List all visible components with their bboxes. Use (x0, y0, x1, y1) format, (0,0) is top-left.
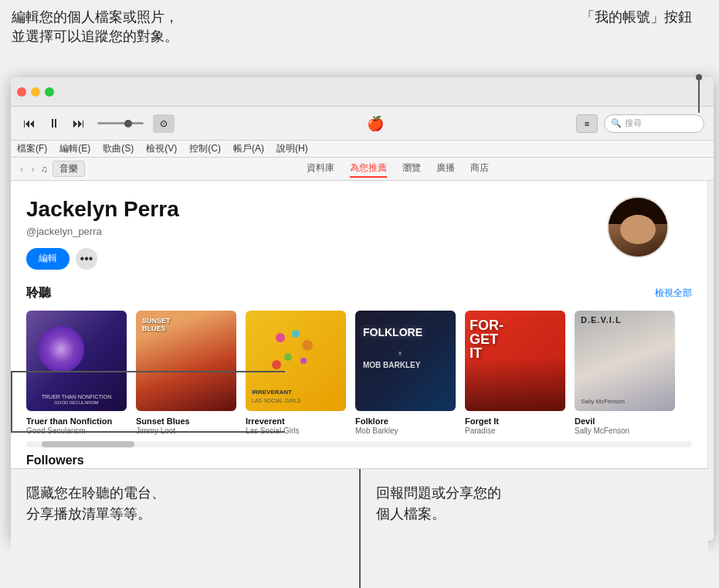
edit-button[interactable]: 編輯 (26, 248, 70, 270)
tab-library[interactable]: 資料庫 (307, 160, 334, 178)
tab-recommended[interactable]: 為您推薦 (350, 160, 387, 178)
album-title: Truer than Nonfiction (26, 416, 127, 427)
menu-song[interactable]: 歌曲(S) (103, 142, 134, 155)
album-item[interactable]: IRREVERANT LAS SOCIAL GIRLS Irreverent L… (246, 311, 346, 435)
album-artist: Jimmy Loot (136, 427, 236, 435)
album-cover-truer: TRUER THAN NONFICTIONGOOD SECULARISM (26, 311, 127, 411)
album-cover-subtext: LAS SOCIAL GIRLS (252, 398, 301, 403)
airplay-icon: ⊙ (160, 118, 168, 129)
svg-point-2 (302, 340, 313, 351)
nav-category[interactable]: 音樂 (53, 161, 85, 177)
followers-section: Followers (26, 454, 692, 467)
avatar-face (620, 215, 656, 244)
album-artist: Mob Barkley (355, 427, 456, 435)
bottom-left-line1: 隱藏您在聆聽的電台、 (26, 483, 344, 504)
top-right-annotation: 「我的帳號」按鈕 (569, 0, 704, 35)
album-title: Devil (575, 416, 675, 427)
menu-bar: 檔案(F) 編輯(E) 歌曲(S) 檢視(V) 控制(C) 帳戶(A) 說明(H… (11, 141, 714, 158)
album-item[interactable]: FOLKLORE × MOB BARKLEY Folklore Mob Bark… (355, 311, 456, 435)
nav-tabs: 資料庫 為您推薦 瀏覽 廣播 商店 (90, 160, 706, 178)
annotation-line2: 並選擇可以追蹤您的對象。 (12, 27, 178, 46)
pause-button[interactable]: ⏸ (45, 115, 63, 132)
search-icon: 🔍 (611, 118, 622, 128)
album-cover-devil: D.E.V.I.L Sally McFenson (575, 311, 675, 411)
tab-store[interactable]: 商店 (470, 160, 489, 178)
album-cover-overlay (465, 357, 565, 411)
search-box[interactable]: 🔍 搜尋 (604, 114, 704, 133)
profile-info: Jackelyn Perra @jackelyn_perra 編輯 ••• (26, 196, 692, 270)
album-cover-text: TRUER THAN NONFICTIONGOOD SECULARISM (31, 394, 122, 405)
svg-point-5 (272, 360, 281, 369)
window-controls (17, 87, 54, 97)
svg-point-1 (292, 330, 300, 338)
forward-button[interactable]: ⏭ (70, 115, 88, 132)
menu-control[interactable]: 控制(C) (189, 142, 221, 155)
scrollbar-thumb (42, 441, 134, 447)
album-title: Forget It (465, 416, 565, 427)
list-icon: ≡ (585, 119, 589, 128)
view-all-link[interactable]: 檢視全部 (655, 287, 692, 300)
followers-title: Followers (26, 454, 692, 467)
svg-point-0 (276, 333, 285, 342)
album-artist: Las Social Girls (246, 427, 346, 435)
annotation-line1: 編輯您的個人檔案或照片， (12, 8, 178, 27)
menu-edit[interactable]: 編輯(E) (59, 142, 90, 155)
tab-radio[interactable]: 廣播 (436, 160, 455, 178)
album-cover-mob: MOB BARKLEY (363, 361, 420, 369)
more-button[interactable]: ••• (76, 248, 97, 270)
svg-point-4 (300, 358, 307, 364)
bottom-left-annotation: 隱藏您在聆聽的電台、 分享播放清單等等。 (11, 469, 361, 588)
rewind-button[interactable]: ⏮ (20, 115, 39, 132)
minimize-button[interactable] (31, 87, 40, 97)
volume-thumb (124, 120, 132, 127)
profile-name: Jackelyn Perra (26, 196, 692, 223)
list-view-button[interactable]: ≡ (576, 114, 598, 133)
listening-title: 聆聽 (26, 285, 51, 301)
album-cover-text: D.E.V.I.L (581, 315, 622, 325)
album-cover-sunset: SUNSETBLUES (136, 311, 236, 411)
annotation-account: 「我的帳號」按鈕 (581, 8, 692, 27)
album-cover-folklore: FOLKLORE × MOB BARKLEY (355, 311, 456, 411)
album-cover-subtext: Sally McFenson (581, 398, 669, 405)
album-title: Irreverent (246, 416, 346, 427)
bottom-right-annotation: 回報問題或分享您的 個人檔案。 (361, 469, 709, 588)
volume-slider[interactable] (97, 122, 144, 124)
nav-forward-button[interactable]: › (29, 163, 36, 175)
search-placeholder: 搜尋 (625, 117, 642, 129)
bottom-right-line2: 個人檔案。 (376, 504, 694, 525)
album-cover-x: × (398, 349, 402, 358)
apple-logo: 🍎 (181, 115, 570, 132)
listening-section-header: 聆聽 檢視全部 (26, 285, 692, 301)
menu-view[interactable]: 檢視(V) (146, 142, 177, 155)
album-cover-text: FOR-GETIT (470, 318, 504, 360)
profile-handle: @jackelyn_perra (26, 226, 692, 237)
nav-back-button[interactable]: ‹ (19, 163, 25, 175)
menu-file[interactable]: 檔案(F) (17, 142, 47, 155)
airplay-button[interactable]: ⊙ (153, 114, 175, 133)
menu-help[interactable]: 說明(H) (276, 142, 308, 155)
album-cover-text: IRREVERANT (252, 389, 292, 396)
tab-browse[interactable]: 瀏覽 (402, 160, 421, 178)
music-note-icon: ♫ (41, 164, 48, 175)
album-item[interactable]: D.E.V.I.L Sally McFenson Devil Sally McF… (575, 311, 675, 435)
album-cover-text: FOLKLORE (363, 326, 422, 338)
profile-actions: 編輯 ••• (26, 248, 692, 270)
close-button[interactable] (17, 87, 26, 97)
album-item[interactable]: SUNSETBLUES Sunset Blues Jimmy Loot (136, 311, 236, 435)
svg-point-3 (284, 353, 292, 361)
album-grid: TRUER THAN NONFICTIONGOOD SECULARISM Tru… (26, 311, 692, 435)
toolbar: ⏮ ⏸ ⏭ ⊙ 🍎 ≡ 🔍 搜尋 (11, 107, 714, 141)
profile-avatar (607, 196, 669, 258)
menu-account[interactable]: 帳戶(A) (233, 142, 264, 155)
vertical-scrollbar[interactable] (707, 181, 714, 541)
maximize-button[interactable] (45, 87, 54, 97)
album-item[interactable]: TRUER THAN NONFICTIONGOOD SECULARISM Tru… (26, 311, 127, 435)
bottom-annotations: 隱藏您在聆聽的電台、 分享播放清單等等。 回報問題或分享您的 個人檔案。 (11, 468, 708, 588)
album-title: Folklore (355, 416, 456, 427)
album-cover-text: SUNSETBLUES (142, 317, 171, 332)
horizontal-scrollbar[interactable] (26, 441, 692, 447)
album-item[interactable]: FOR-GETIT Forget It Paradise (465, 311, 565, 435)
top-left-annotation: 編輯您的個人檔案或照片， 並選擇可以追蹤您的對象。 (0, 0, 190, 54)
title-bar (11, 77, 714, 107)
more-dots-icon: ••• (80, 252, 93, 266)
